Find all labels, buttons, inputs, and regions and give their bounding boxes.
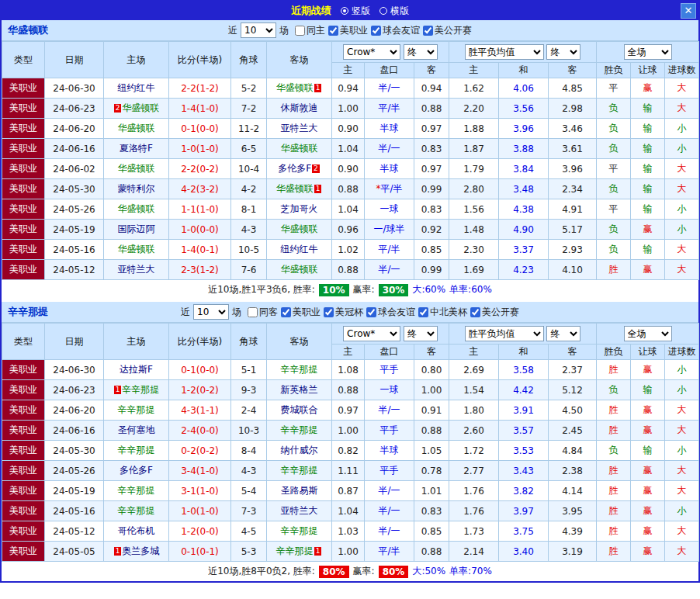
checkbox-input[interactable] [366,307,376,317]
europe-final-select[interactable]: 终 [546,326,580,341]
type-cell: 美职业 [2,360,45,380]
checkbox-input[interactable] [418,307,428,317]
layout-radio-vertical[interactable]: 竖版 [341,5,370,18]
match-row: 美职业24-06-30达拉斯F0-1(0-0)5-1辛辛那提1.08平手0.80… [2,360,699,380]
asia-away-odds: 0.80 [414,360,449,380]
checkbox-input[interactable] [470,307,480,317]
europe-home-odds: 2.14 [449,542,499,562]
goals-cell: 小 [665,441,699,461]
goals-cell: 大 [665,521,699,542]
europe-draw-odds: 4.38 [499,199,549,220]
col-corner: 角球 [231,42,267,78]
europe-home-odds: 2.77 [449,461,499,481]
team-label: 纽约红牛 [118,82,155,93]
asia-company-select[interactable]: Crow* [343,326,400,341]
checkbox-input[interactable] [324,307,334,317]
europe-odds-group: 胜平负均值 终 [449,324,597,345]
topbar: 近期战绩 竖版 横版 ✕ [2,2,698,20]
filter-checkbox-3[interactable]: 球会友谊 [366,306,415,319]
asia-home-odds: 0.88 [332,179,365,199]
fullmatch-select[interactable]: 全场 [624,326,672,341]
checkbox-input[interactable] [371,26,381,36]
checkbox-label: 美冠杯 [335,306,363,319]
recent-count-select[interactable]: 10 [241,23,276,38]
home-team-cell: 多伦多F [104,461,169,481]
score-cell: 1-2(0-0) [169,521,231,542]
col-europe-home: 主 [449,345,499,360]
team-label: 费城联合 [281,404,318,415]
fullmatch-select[interactable]: 全场 [624,44,672,60]
result-cell: 胜 [597,501,631,521]
col-goals: 进球数 [665,63,699,78]
asia-final-select[interactable]: 终 [404,326,438,341]
home-team-cell: 华盛顿联 [104,240,169,260]
score-cell: 3-4(1-0) [169,461,231,481]
home-team-cell: 华盛顿联 [104,159,169,179]
checkbox-input[interactable] [248,307,258,317]
asia-final-select[interactable]: 终 [404,44,438,60]
match-row: 美职业24-06-30纽约红牛2-2(1-2)5-2华盛顿联10.94半/一0.… [2,78,699,99]
asia-away-odds: 0.85 [414,521,449,542]
checkbox-input[interactable] [328,26,338,36]
goals-cell: 小 [665,220,699,240]
result-cell: 胜 [597,360,631,380]
away-team-cell: 华盛顿联1 [267,179,332,199]
date-cell: 24-06-23 [45,380,104,400]
vertical-label: 竖版 [352,5,370,18]
team-label: 达拉斯F [120,364,153,375]
asia-away-odds: 1.01 [414,481,449,501]
team-label: 亚特兰大 [281,123,318,133]
filter-checkbox-1[interactable]: 美职业 [328,24,368,37]
filter-checkbox-2[interactable]: 球会友谊 [371,24,420,37]
result-cell: 负 [597,240,631,260]
away-team-cell: 华盛顿联 [267,220,332,240]
europe-odds-select[interactable]: 胜平负均值 [465,44,544,60]
checkbox-input[interactable] [295,26,305,36]
checkbox-label: 中北美杯 [430,306,467,319]
filter-checkbox-3[interactable]: 美公开赛 [423,24,472,37]
europe-away-odds: 2.34 [549,179,597,199]
corner-cell: 10-5 [231,240,267,260]
filter-checkbox-1[interactable]: 美职业 [281,306,321,319]
col-europe-draw: 和 [499,345,549,360]
europe-final-select[interactable]: 终 [546,44,580,60]
europe-away-odds: 2.98 [549,99,597,119]
games-label: 场 [279,24,289,37]
filter-checkbox-2[interactable]: 美冠杯 [324,306,363,319]
date-cell: 24-05-19 [45,481,104,501]
filter-checkbox-4[interactable]: 中北美杯 [418,306,467,319]
handicap-result-cell: 输 [631,179,665,199]
filter-checkbox-5[interactable]: 美公开赛 [470,306,519,319]
asia-odds-group: Crow* 终 [332,324,449,345]
asia-company-select[interactable]: Crow* [343,44,400,60]
corner-cell: 2-4 [231,400,267,421]
europe-home-odds: 1.56 [449,199,499,220]
competition-filters: 同主美职业球会友谊美公开赛 [292,24,472,37]
layout-radio-horizontal[interactable]: 横版 [379,5,409,18]
filter-checkbox-0[interactable]: 同客 [248,306,278,319]
recent-count-select[interactable]: 10 [193,304,229,320]
handicap-result-cell: 赢 [631,260,665,280]
europe-draw-odds: 3.43 [499,461,549,481]
match-row: 美职业24-06-02华盛顿联2-2(0-2)10-4多伦多F20.90半球0.… [2,159,699,179]
checkbox-input[interactable] [281,307,291,317]
result-cell: 胜 [597,260,631,280]
summary-bar: 近10场,胜8平0负2, 胜率: 80% 赢率: 80% 大:50% 单率:70… [2,562,698,581]
close-button[interactable]: ✕ [681,3,696,19]
handicap-result-cell: 赢 [631,78,665,99]
europe-away-odds: 2.93 [549,240,597,260]
europe-draw-odds: 3.82 [499,481,549,501]
match-row: 美职业24-06-231辛辛那提1-2(0-2)9-3新英格兰0.88一球1.0… [2,380,699,400]
corner-cell: 7-6 [231,260,267,280]
asia-handicap: 一球 [365,199,414,220]
europe-odds-select[interactable]: 胜平负均值 [465,326,544,341]
asia-handicap: 半球 [365,441,414,461]
date-cell: 24-06-30 [45,78,104,99]
asia-handicap: *平/半 [365,179,414,199]
checkbox-input[interactable] [423,26,433,36]
filter-checkbox-0[interactable]: 同主 [295,24,325,37]
page-title: 近期战绩 [291,4,331,18]
handicap-result-cell: 输 [631,441,665,461]
score-cell: 1-4(1-0) [169,99,231,119]
team-name: 华盛顿联 [8,23,48,37]
